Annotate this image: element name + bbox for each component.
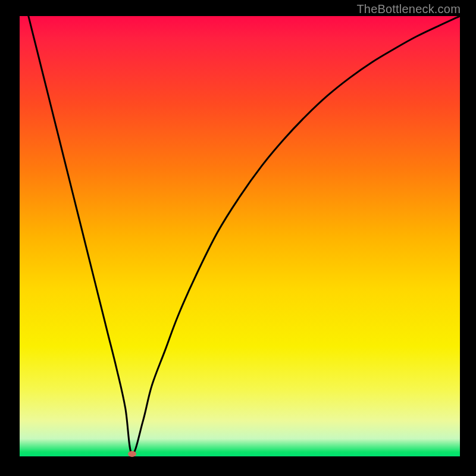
optimum-marker <box>128 451 136 457</box>
plot-area <box>20 16 460 456</box>
chart-frame: TheBottleneck.com <box>0 0 476 476</box>
watermark: TheBottleneck.com <box>356 2 461 16</box>
